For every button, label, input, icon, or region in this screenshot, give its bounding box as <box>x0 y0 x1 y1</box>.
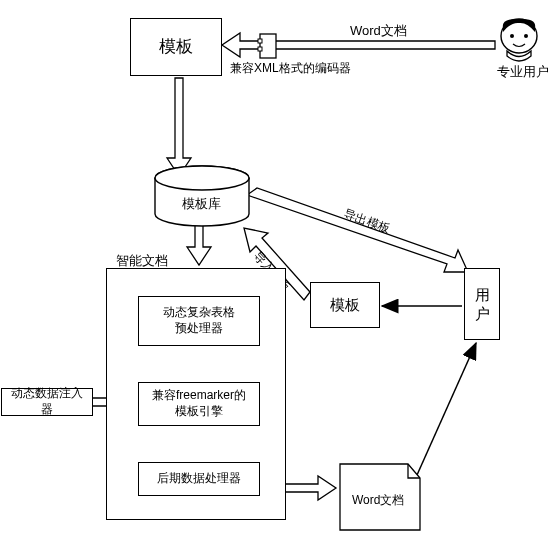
svg-rect-0 <box>260 34 276 58</box>
label-pro-user: 专业用户 <box>497 63 549 81</box>
node-postprocessor-label: 后期数据处理器 <box>157 471 241 487</box>
label-smart-doc-title-text: 智能文档 <box>116 253 168 268</box>
node-data-injector-label: 动态数据注入器 <box>6 386 88 417</box>
svg-line-5 <box>417 343 476 475</box>
node-preprocessor-label: 动态复杂表格 预处理器 <box>163 305 235 336</box>
label-template-repo: 模板库 <box>182 195 221 213</box>
label-export-template-text: 导出模板 <box>342 207 392 236</box>
node-template-mid: 模板 <box>310 282 380 328</box>
label-word-doc-top-text: Word文档 <box>350 23 407 38</box>
node-postprocessor: 后期数据处理器 <box>138 462 260 496</box>
svg-point-9 <box>524 34 528 38</box>
label-word-doc-bottom-text: Word文档 <box>352 493 404 507</box>
svg-point-11 <box>155 166 249 190</box>
node-user: 用 户 <box>464 268 500 340</box>
node-engine: 兼容freemarker的 模板引擎 <box>138 382 260 426</box>
svg-rect-2 <box>258 47 262 51</box>
node-preprocessor: 动态复杂表格 预处理器 <box>138 296 260 346</box>
node-template-top: 模板 <box>130 18 222 76</box>
label-template-repo-text: 模板库 <box>182 196 221 211</box>
svg-rect-1 <box>258 39 262 43</box>
label-word-doc-top: Word文档 <box>350 22 407 40</box>
label-encoder: 兼容XML格式的编码器 <box>230 60 351 77</box>
label-encoder-text: 兼容XML格式的编码器 <box>230 61 351 75</box>
label-export-template: 导出模板 <box>341 206 392 238</box>
svg-point-10 <box>155 166 249 190</box>
node-data-injector: 动态数据注入器 <box>1 388 93 416</box>
node-engine-label: 兼容freemarker的 模板引擎 <box>152 388 246 419</box>
label-smart-doc-title: 智能文档 <box>116 252 168 270</box>
node-user-label: 用 户 <box>475 285 490 324</box>
node-template-mid-label: 模板 <box>330 295 360 315</box>
label-pro-user-text: 专业用户 <box>497 64 549 79</box>
svg-point-8 <box>510 34 514 38</box>
node-template-top-label: 模板 <box>159 36 193 58</box>
label-word-doc-bottom: Word文档 <box>352 492 404 509</box>
svg-point-7 <box>501 19 537 53</box>
